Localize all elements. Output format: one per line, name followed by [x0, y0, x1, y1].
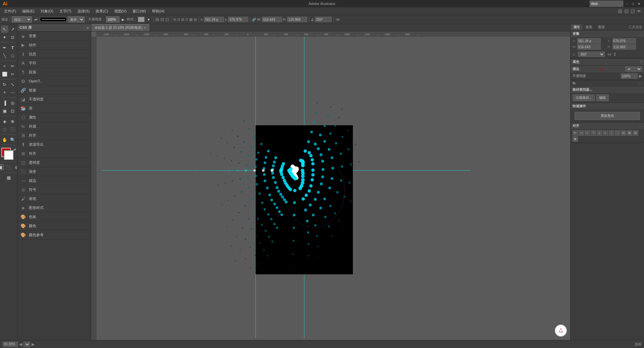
menu-file[interactable]: 文件(F)	[1, 8, 19, 14]
side-item-opacity[interactable]: ◪ 不透明度	[17, 95, 91, 104]
css-panel-menu[interactable]: ≡	[87, 26, 89, 30]
pathfinder-header[interactable]: 路径查找器...	[571, 86, 644, 93]
align-expand[interactable]: …	[639, 124, 642, 128]
search-input[interactable]	[590, 1, 623, 7]
stroke-arrow-select[interactable]: ⇌	[625, 66, 642, 72]
line-tool[interactable]: ╲	[1, 52, 8, 59]
align-btn-5[interactable]: ▦	[189, 17, 193, 22]
menu-window[interactable]: 窗口(W)	[130, 8, 149, 14]
quick-actions-header[interactable]: 快速操作	[571, 103, 644, 110]
selection-tool[interactable]: ↖	[1, 25, 8, 33]
type-tool[interactable]: T	[9, 44, 16, 51]
menu-object[interactable]: 对象(O)	[38, 8, 56, 14]
menu-effect[interactable]: 效果(C)	[93, 8, 111, 14]
tab-layout[interactable]: 版面	[583, 24, 595, 30]
minimize-button[interactable]: －	[625, 1, 629, 6]
h-input[interactable]	[287, 17, 307, 22]
hand-tool[interactable]: ✋	[1, 136, 8, 143]
zoom-input[interactable]	[3, 342, 18, 347]
align-left-btn[interactable]: ⊢	[573, 130, 578, 136]
align-center-v-btn[interactable]: ⊥	[597, 130, 602, 136]
distribute-v2-btn[interactable]: ⊞	[627, 130, 632, 136]
slice-tool[interactable]: ⊡	[9, 107, 16, 115]
pen-tool[interactable]: ✒	[1, 44, 8, 51]
side-item-symbols[interactable]: ◎ 符号	[17, 185, 91, 194]
transform-header[interactable]: 变量 …	[571, 30, 644, 37]
fill-header[interactable]: 填色 ?	[571, 59, 644, 65]
menu-help[interactable]: 帮助(H)	[149, 8, 167, 14]
column-graph-tool[interactable]: ▐	[1, 99, 8, 107]
eraser-tool[interactable]: ⬜	[1, 70, 8, 78]
direct-selection-tool[interactable]: ↗	[9, 25, 16, 33]
w-value[interactable]	[577, 44, 601, 50]
symbol-sprayer-tool[interactable]: ◎	[9, 99, 16, 107]
width-tool[interactable]: ⋯	[9, 89, 16, 96]
more-btn[interactable]: ≫	[335, 17, 340, 22]
opacity-expand[interactable]: ▶	[120, 17, 126, 22]
side-item-align[interactable]: ⊞ 对齐	[17, 131, 91, 140]
side-item-align2[interactable]: ⊞ 对齐	[17, 149, 91, 158]
align-center-h-btn[interactable]: ⊣	[579, 130, 584, 136]
opacity-section-input[interactable]	[621, 73, 638, 79]
menu-edit[interactable]: 编辑(E)	[19, 8, 37, 14]
side-item-appearance[interactable]: ⬡ 属性	[17, 113, 91, 122]
side-item-color-guide[interactable]: 🎨 颜色参考	[17, 230, 91, 239]
gradient-tool[interactable]: ⬛	[9, 126, 16, 133]
transform-expand[interactable]: …	[639, 32, 642, 36]
distribute-h-btn[interactable]: ⋮	[609, 130, 614, 136]
side-item-paragraph[interactable]: ¶ 段落	[17, 68, 91, 77]
side-item-actions[interactable]: ▶ 动作	[17, 41, 91, 50]
y-value[interactable]	[612, 38, 636, 44]
move-path-btn[interactable]: 位移路径...	[573, 94, 595, 101]
paintbrush-tool[interactable]: ⟡	[1, 62, 8, 70]
menu-type[interactable]: 文字(T)	[57, 8, 74, 14]
distribute-h2-btn[interactable]: ⊡	[621, 130, 626, 136]
stroke-color[interactable]	[4, 150, 13, 160]
side-item-brushes[interactable]: 🖌 画笔	[17, 194, 91, 203]
opacity-expand-arrow[interactable]: ▶	[639, 74, 642, 78]
none-mode-btn[interactable]: ⊘	[13, 163, 18, 171]
tab-properties[interactable]: 属性	[571, 24, 583, 30]
align-btn-4[interactable]: ⊡	[185, 17, 188, 22]
align-bottom-btn[interactable]: ⊦	[603, 130, 608, 136]
zoom-left-btn[interactable]: ◀	[19, 342, 22, 347]
rotate-tool[interactable]: ↻	[1, 81, 8, 88]
align-btn-6[interactable]: ▤	[194, 17, 197, 22]
close-tab-btn[interactable]: ✕	[144, 26, 146, 29]
stroke-arrows[interactable]: ⇌	[33, 16, 39, 22]
color-mode-btn[interactable]: ◼	[0, 163, 4, 171]
swap-colors-icon[interactable]: ⇌	[13, 148, 16, 151]
artboard-select[interactable]: 1	[23, 342, 30, 347]
eyedropper-tool[interactable]: ◈	[1, 118, 8, 125]
angle-input[interactable]	[315, 17, 332, 22]
side-item-swatches[interactable]: 🎨 色板	[17, 212, 91, 221]
align-right-btn[interactable]: ⊦	[585, 130, 590, 136]
side-item-transparency[interactable]: ◫ 透明度	[17, 158, 91, 167]
angle-select[interactable]: 350°	[578, 52, 605, 57]
fx-expand-icon[interactable]: …	[639, 81, 642, 85]
align-header[interactable]: 对齐 …	[571, 123, 644, 129]
distribute-v-btn[interactable]: ⋱	[615, 130, 620, 136]
stroke-header[interactable]: 描边 ■ ⇌	[571, 66, 644, 72]
align-top-btn[interactable]: ⊤	[591, 130, 596, 136]
artboard-tool[interactable]: ▣	[1, 107, 8, 115]
align-btn-2[interactable]: ⊟	[177, 17, 180, 22]
scissors-tool[interactable]: ✂	[9, 70, 16, 78]
y-input[interactable]	[228, 17, 248, 22]
measure-tool[interactable]: ⊕	[9, 118, 16, 125]
x-input[interactable]	[204, 17, 224, 22]
stroke-width-select[interactable]: 基本	[68, 16, 85, 22]
w-input[interactable]	[262, 17, 282, 22]
rect-tool[interactable]: □	[9, 52, 16, 59]
side-item-links[interactable]: 🔗 链接	[17, 86, 91, 95]
stroke-type-select[interactable]: 描边：	[12, 16, 32, 22]
scale-tool[interactable]: ⤡	[9, 81, 16, 88]
warp-tool[interactable]: ⌖	[1, 89, 8, 96]
align-btn-1[interactable]: ⊞	[173, 17, 176, 22]
side-item-color[interactable]: 🎨 颜色	[17, 221, 91, 230]
distribute-h3-btn[interactable]: ⊟	[633, 130, 638, 136]
side-item-graphic-styles[interactable]: ◈ 图形样式	[17, 203, 91, 212]
align-btn-3[interactable]: ⊠	[181, 17, 184, 22]
blend-tool[interactable]: ◌	[1, 126, 8, 133]
magic-wand-tool[interactable]: ✦	[1, 33, 8, 41]
